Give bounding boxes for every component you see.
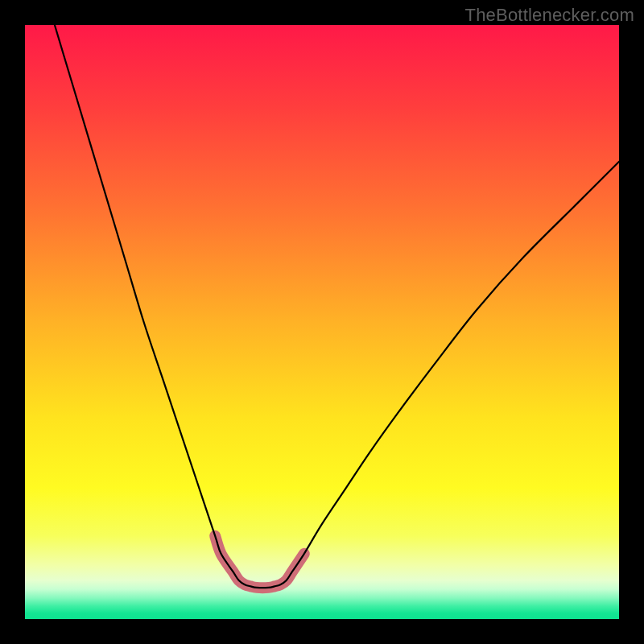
bottleneck-curve: [25, 25, 619, 619]
watermark-text: TheBottlenecker.com: [465, 5, 634, 26]
plot-area: [25, 25, 619, 619]
chart-frame: TheBottlenecker.com: [0, 0, 644, 644]
